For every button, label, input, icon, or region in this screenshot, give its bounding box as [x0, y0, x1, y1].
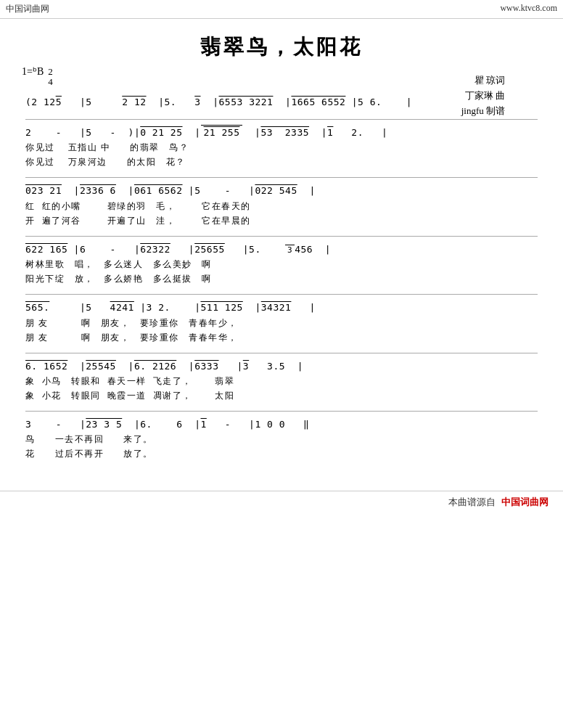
section-3: 023 21 |2336 6 |061 6562 |5 - |022 545 |…	[25, 182, 538, 226]
time-signature: 2 4	[48, 67, 53, 88]
lyric-row-6a: 象 小鸟 转眼和 春天一样 飞走了， 翡翠	[25, 375, 538, 388]
notation-row-4: 622 165 |6 - |62322 |25655 |5. 3456 |	[25, 241, 538, 258]
composer: 丁家琳 曲	[461, 89, 505, 104]
time-sig-bottom: 4	[48, 77, 53, 87]
header-bar: 中国词曲网 www.ktvc8.com	[0, 0, 563, 19]
lyric-row-7b: 花 过后不再开 放了。	[25, 447, 538, 460]
song-title: 翡翠鸟，太阳花	[22, 33, 541, 61]
notation-row-7: 3 - |23 3 5 |6. 6 |1 - |1 0 0 ‖	[25, 416, 538, 433]
section-5: 565. |5 4241 |3 2. |511 125 |34321 | 朋 友…	[25, 299, 538, 343]
lyric-row-4b: 阳光下绽 放， 多么娇艳 多么挺拔 啊	[25, 272, 538, 285]
lyric-row-4a: 树林里歌 唱， 多么迷人 多么美妙 啊	[25, 258, 538, 271]
site-name-left: 中国词曲网	[6, 3, 49, 15]
lyric-row-5a: 朋 友 啊 朋友， 要珍重你 青春年少，	[25, 316, 538, 330]
lyric-row-3b: 开 遍了河谷 开遍了山 洼， 它在早晨的	[25, 214, 538, 227]
section-2: 2 - |5 - )|0 21 25 |21 255 |53 2335 |1 2…	[25, 124, 538, 168]
footer-text: 本曲谱源自	[448, 496, 496, 509]
transcriber: jingfu 制谱	[461, 104, 505, 119]
lyric-row-7a: 鸟 一去不再回 来了。	[25, 433, 538, 446]
lyricist: 瞿 琼词	[461, 73, 505, 89]
notation-row-5: 565. |5 4241 |3 2. |511 125 |34321 |	[25, 299, 538, 316]
footer: 本曲谱源自 中国词曲网	[0, 491, 563, 513]
notation-row-2: 2 - |5 - )|0 21 25 |21 255 |53 2335 |1 2…	[25, 124, 538, 141]
notation-row-3: 023 21 |2336 6 |061 6562 |5 - |022 545 |	[25, 182, 538, 199]
lyric-row-3a: 红 红的小嘴 碧绿的羽 毛， 它在春天的	[25, 200, 538, 213]
section-7: 3 - |23 3 5 |6. 6 |1 - |1 0 0 ‖ 鸟 一去不再回 …	[25, 416, 538, 460]
site-url-right: www.ktvc8.com	[500, 3, 557, 15]
lyric-row-2a: 你见过 五指山 中 的翡翠 鸟？	[25, 141, 538, 154]
section-4: 622 165 |6 - |62322 |25655 |5. 3456 | 树林…	[25, 241, 538, 285]
credits: 瞿 琼词 丁家琳 曲 jingfu 制谱	[461, 73, 505, 118]
lyric-row-2b: 你见过 万泉河边 的太阳 花？	[25, 155, 538, 168]
lyric-row-6b: 象 小花 转眼同 晚霞一道 凋谢了， 太阳	[25, 389, 538, 402]
lyric-row-5b: 朋 友 啊 朋友， 要珍重你 青春年华，	[25, 331, 538, 344]
time-sig-top: 2	[48, 67, 53, 77]
tempo-key: 1=ᵇB	[22, 65, 44, 78]
section-6: 6. 1652 |25545 |6. 2126 |6333 |3 3.5 | 象…	[25, 358, 538, 402]
footer-link[interactable]: 中国词曲网	[501, 496, 548, 509]
music-canvas: (2 125 |5 2 12 |5. 3 |6553 3221 |1665 65…	[22, 94, 541, 461]
notation-row-6: 6. 1652 |25545 |6. 2126 |6333 |3 3.5 |	[25, 358, 538, 375]
